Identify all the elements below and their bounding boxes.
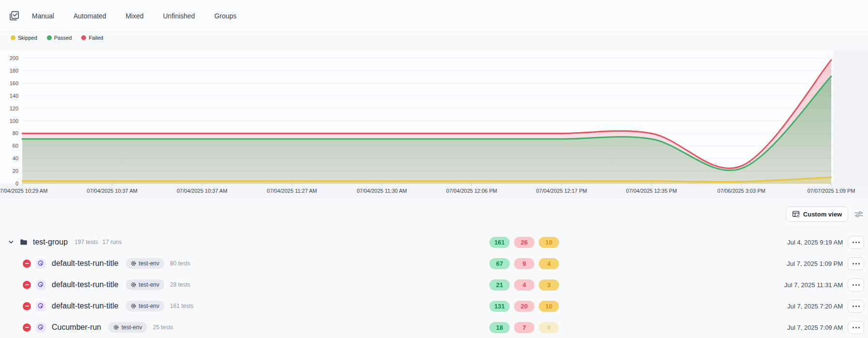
result-badges: 67 9 4	[489, 258, 559, 269]
row-menu-button[interactable]	[848, 236, 864, 249]
run-row-left: Cucumber-run test-env 25 tests	[0, 322, 177, 333]
row-menu-button[interactable]	[848, 257, 864, 270]
result-badges: 18 7 0	[489, 322, 559, 333]
skipped-count-badge: 0	[539, 322, 559, 333]
gear-icon	[131, 303, 136, 309]
result-badges: 161 26 10	[489, 237, 559, 248]
run-row-right: Jul 7, 2025 7:20 AM	[787, 300, 864, 313]
group-row-left: test-group 197 tests 17 runs	[0, 238, 126, 246]
run-tests-count: 25 tests	[153, 324, 173, 331]
y-axis-label: 60	[13, 143, 18, 149]
folder-icon	[19, 238, 28, 246]
view-options-bar: Custom view	[0, 203, 868, 225]
tab-automated[interactable]: Automated	[74, 12, 106, 20]
run-title[interactable]: Cucumber-run	[52, 323, 101, 332]
run-date: Jul 7, 2025 7:20 AM	[787, 303, 843, 310]
test-runs-page: ManualAutomatedMixedUnfinishedGroups Ski…	[0, 0, 868, 338]
row-menu-button[interactable]	[848, 321, 864, 334]
y-axis-label: 40	[13, 155, 18, 161]
result-badges: 21 4 3	[489, 279, 559, 291]
tab-groups[interactable]: Groups	[214, 12, 236, 20]
run-tests-count: 28 tests	[170, 281, 191, 288]
environment-pill: test-env	[126, 279, 164, 290]
environment-pill: test-env	[108, 322, 147, 333]
legend-item-skipped: Skipped	[11, 35, 37, 41]
tab-manual[interactable]: Manual	[32, 12, 54, 20]
run-row-right: Jul 7, 2025 11:31 AM	[784, 278, 864, 292]
automation-run-icon	[36, 301, 46, 311]
run-tests-count: 80 tests	[170, 260, 191, 267]
legend-dot	[11, 35, 15, 40]
y-axis-label: 180	[10, 68, 18, 74]
row-menu-button[interactable]	[848, 300, 864, 313]
legend-label: Passed	[54, 35, 72, 41]
skipped-count-badge: 10	[539, 301, 559, 312]
run-title[interactable]: default-test-run-title	[52, 259, 118, 268]
run-row-left: default-test-run-title test-env 28 tests	[0, 279, 195, 290]
environment-label: test-env	[121, 324, 142, 331]
tab-mixed[interactable]: Mixed	[126, 12, 144, 20]
run-title[interactable]: default-test-run-title	[52, 280, 118, 289]
row-menu-button[interactable]	[848, 278, 864, 292]
test-group-row[interactable]: test-group 197 tests 17 runs 161 26 10 J…	[0, 231, 868, 253]
tab-unfinished[interactable]: Unfinished	[163, 12, 195, 20]
automation-run-icon	[36, 323, 46, 333]
group-row-right: Jul 4, 2025 9:19 AM	[787, 236, 864, 249]
legend-dot	[47, 35, 52, 40]
legend-label: Skipped	[18, 35, 37, 41]
x-axis-label: 07/04/2025 11:27 AM	[267, 188, 317, 194]
x-axis-label: 07/07/2025 1:09 PM	[807, 188, 855, 194]
view-tabs: ManualAutomatedMixedUnfinishedGroups	[32, 12, 236, 20]
run-tests-count: 161 tests	[170, 303, 194, 309]
custom-view-button[interactable]: Custom view	[786, 206, 848, 222]
test-run-row[interactable]: default-test-run-title test-env 80 tests…	[0, 253, 868, 274]
test-run-row[interactable]: default-test-run-title test-env 28 tests…	[0, 274, 868, 295]
run-date: Jul 4, 2025 9:19 AM	[787, 239, 843, 246]
passed-count-badge: 67	[489, 258, 510, 269]
display-settings-icon[interactable]	[854, 211, 863, 218]
passed-count-badge: 18	[489, 322, 510, 333]
test-runs-icon[interactable]	[7, 9, 21, 23]
passed-count-badge: 131	[489, 301, 510, 312]
failed-count-badge: 9	[514, 258, 534, 269]
failed-count-badge: 7	[514, 322, 534, 333]
passed-count-badge: 161	[489, 237, 510, 248]
test-run-row[interactable]: default-test-run-title test-env 161 test…	[0, 295, 868, 317]
failed-status-icon	[23, 323, 31, 332]
legend-item-failed: Failed	[81, 35, 103, 41]
custom-view-icon	[792, 210, 800, 218]
environment-label: test-env	[139, 260, 160, 267]
group-runs-count: 17 runs	[103, 239, 122, 246]
x-axis-label: 07/04/2025 12:06 PM	[446, 188, 497, 194]
run-row-left: default-test-run-title test-env 80 tests	[0, 258, 195, 269]
run-date: Jul 7, 2025 1:09 PM	[787, 260, 843, 267]
run-title[interactable]: default-test-run-title	[52, 302, 118, 310]
skipped-count-badge: 3	[539, 279, 559, 291]
y-axis-label: 20	[13, 168, 18, 174]
skipped-count-badge: 10	[539, 237, 559, 248]
chevron-down-icon[interactable]	[7, 238, 15, 246]
x-axis-label: 07/04/2025 12:35 PM	[626, 188, 677, 194]
failed-status-icon	[23, 281, 31, 289]
y-axis-label: 80	[13, 130, 18, 136]
failed-status-icon	[23, 302, 31, 310]
group-tests-count: 197 tests	[74, 239, 98, 246]
x-axis-label: 07/06/2025 3:03 PM	[718, 188, 765, 194]
gear-icon	[131, 282, 136, 288]
x-axis-label: 07/04/2025 10:37 AM	[87, 188, 138, 194]
gear-icon	[113, 324, 119, 330]
x-axis-label: 07/04/2025 11:30 AM	[357, 188, 407, 194]
run-row-right: Jul 7, 2025 1:09 PM	[787, 257, 864, 270]
y-axis-label: 200	[10, 55, 18, 61]
test-runs-list: test-group 197 tests 17 runs 161 26 10 J…	[0, 231, 868, 338]
y-axis-label: 100	[10, 118, 18, 124]
y-axis-label: 0	[15, 181, 18, 186]
automation-run-icon	[36, 259, 46, 269]
chart-legend: SkippedPassedFailed	[11, 35, 103, 41]
failed-count-badge: 26	[514, 237, 534, 248]
group-title[interactable]: test-group	[33, 238, 68, 246]
test-run-row[interactable]: Cucumber-run test-env 25 tests 18 7 0 Ju…	[0, 317, 868, 338]
skipped-count-badge: 4	[539, 258, 559, 269]
y-axis-label: 140	[10, 93, 18, 99]
x-axis-label: 07/04/2025 10:29 AM	[0, 188, 47, 194]
